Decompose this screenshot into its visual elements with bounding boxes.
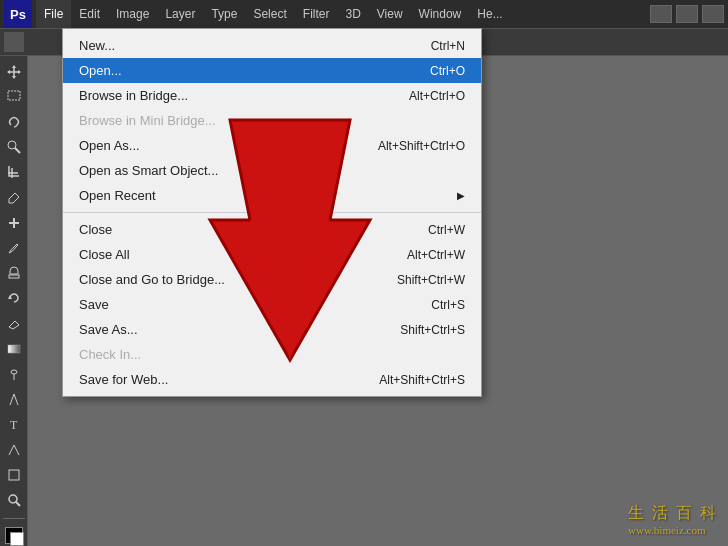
menu-item-open-smart[interactable]: Open as Smart Object... [63,158,481,183]
menu-item-close-bridge[interactable]: Close and Go to Bridge... Shift+Ctrl+W [63,267,481,292]
menu-item-new[interactable]: New... Ctrl+N [63,33,481,58]
menu-item-open-label: Open... [79,63,122,78]
menu-item-check-in-label: Check In... [79,347,141,362]
menu-item-close-shortcut: Ctrl+W [428,223,465,237]
watermark-chinese: 生 活 百 科 [628,503,718,524]
svg-point-10 [11,370,17,374]
toolbar-icon-3[interactable] [702,5,724,23]
svg-rect-4 [8,91,20,100]
tool-lasso[interactable] [2,110,26,133]
tool-path-select[interactable] [2,438,26,461]
menu-item-save-as[interactable]: Save As... Shift+Ctrl+S [63,317,481,342]
menu-item-save-as-label: Save As... [79,322,138,337]
menu-item-open-smart-label: Open as Smart Object... [79,163,218,178]
menu-type[interactable]: Type [203,0,245,28]
tool-dodge[interactable] [2,362,26,385]
svg-rect-13 [9,470,19,480]
watermark: 生 活 百 科 www.bimeiz.com [628,503,718,536]
menu-filter[interactable]: Filter [295,0,338,28]
menu-item-open-shortcut: Ctrl+O [430,64,465,78]
menu-3d[interactable]: 3D [337,0,368,28]
tool-quick-select[interactable] [2,136,26,159]
foreground-color[interactable] [5,527,23,544]
menu-item-browse-bridge-shortcut: Alt+Ctrl+O [409,89,465,103]
menu-item-close-all-shortcut: Alt+Ctrl+W [407,248,465,262]
menu-item-close-all-label: Close All [79,247,130,262]
tool-brush[interactable] [2,236,26,259]
tool-history-brush[interactable] [2,287,26,310]
tools-separator [3,518,25,519]
menu-item-save-label: Save [79,297,109,312]
svg-rect-7 [9,275,19,278]
tool-gradient[interactable] [2,337,26,360]
menu-item-close[interactable]: Close Ctrl+W [63,217,481,242]
menu-item-save-shortcut: Ctrl+S [431,298,465,312]
svg-point-14 [9,495,17,503]
menu-item-open[interactable]: Open... Ctrl+O [63,58,481,83]
watermark-url: www.bimeiz.com [628,524,718,536]
menu-select[interactable]: Select [245,0,294,28]
background-color[interactable] [10,532,24,546]
menu-item-close-bridge-label: Close and Go to Bridge... [79,272,225,287]
svg-line-6 [15,148,20,153]
menu-item-browse-bridge[interactable]: Browse in Bridge... Alt+Ctrl+O [63,83,481,108]
menu-item-new-shortcut: Ctrl+N [431,39,465,53]
svg-rect-9 [8,345,20,353]
separator-1 [63,212,481,213]
menu-bar: Ps File Edit Image Layer Type Select Fil… [0,0,728,28]
menu-item-save-as-shortcut: Shift+Ctrl+S [400,323,465,337]
menu-item-browse-bridge-label: Browse in Bridge... [79,88,188,103]
menu-item-open-as-label: Open As... [79,138,140,153]
menu-item-open-as[interactable]: Open As... Alt+Shift+Ctrl+O [63,133,481,158]
file-dropdown-menu: New... Ctrl+N Open... Ctrl+O Browse in B… [62,28,482,397]
tool-text[interactable]: T [2,413,26,436]
menu-window[interactable]: Window [411,0,470,28]
menu-item-check-in: Check In... [63,342,481,367]
menu-file[interactable]: File [36,0,71,28]
menu-item-close-all[interactable]: Close All Alt+Ctrl+W [63,242,481,267]
menu-item-save-web-shortcut: Alt+Shift+Ctrl+S [379,373,465,387]
ps-logo: Ps [4,0,32,28]
toolbar-icon-1[interactable] [650,5,672,23]
svg-line-15 [16,502,20,506]
tools-panel: T [0,56,28,546]
tool-heal[interactable] [2,211,26,234]
tool-crop[interactable] [2,161,26,184]
menu-layer[interactable]: Layer [157,0,203,28]
menu-item-open-recent[interactable]: Open Recent ▶ [63,183,481,208]
menu-item-browse-mini: Browse in Mini Bridge... [63,108,481,133]
tool-eraser[interactable] [2,312,26,335]
tool-move[interactable] [2,60,26,83]
tool-shape[interactable] [2,463,26,486]
tool-select[interactable] [2,85,26,108]
menu-item-open-as-shortcut: Alt+Shift+Ctrl+O [378,139,465,153]
tool-stamp[interactable] [2,262,26,285]
menu-help[interactable]: He... [469,0,510,28]
menu-view[interactable]: View [369,0,411,28]
tool-eyedropper[interactable] [2,186,26,209]
menu-item-close-bridge-shortcut: Shift+Ctrl+W [397,273,465,287]
tool-pen[interactable] [2,388,26,411]
menu-image[interactable]: Image [108,0,157,28]
menu-edit[interactable]: Edit [71,0,108,28]
menu-item-save-web[interactable]: Save for Web... Alt+Shift+Ctrl+S [63,367,481,392]
svg-point-5 [8,141,16,149]
menu-item-save-web-label: Save for Web... [79,372,168,387]
svg-marker-2 [7,70,10,74]
toolbar-icon-2[interactable] [676,5,698,23]
menu-item-close-label: Close [79,222,112,237]
svg-text:T: T [10,418,18,431]
menu-item-browse-mini-label: Browse in Mini Bridge... [79,113,216,128]
svg-marker-1 [12,76,16,79]
svg-marker-3 [18,70,21,74]
tool-options-icon [4,32,24,52]
tool-zoom[interactable] [2,488,26,511]
menu-item-save[interactable]: Save Ctrl+S [63,292,481,317]
menu-item-open-recent-label: Open Recent [79,188,156,203]
menu-item-new-label: New... [79,38,115,53]
menu-item-open-recent-arrow: ▶ [457,190,465,201]
svg-marker-0 [12,65,16,68]
